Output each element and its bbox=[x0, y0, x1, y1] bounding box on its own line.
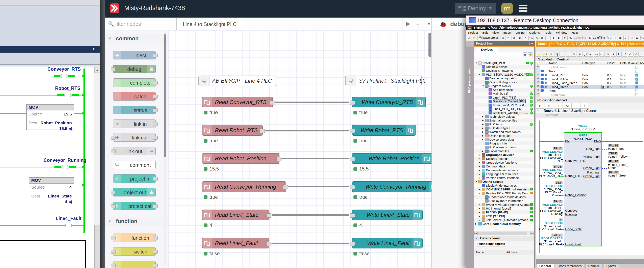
interface-row-Line4-Yellow[interactable]: 9Line4_YellowBool0.1false✓ bbox=[536, 77, 644, 81]
rdp-title-bar[interactable]: 192.168.0.137 - Remote Desktop Connectio… bbox=[466, 15, 644, 25]
palette-node-link-out[interactable]: ➜link out bbox=[113, 147, 156, 155]
new-project-icon[interactable]: 🗋 bbox=[466, 36, 472, 40]
tree-item-plc-tags[interactable]: ▶PLC tags bbox=[474, 122, 534, 126]
menu-edit[interactable]: Edit bbox=[480, 30, 490, 35]
tree-item-teleservice-automatic-protoco-[interactable]: ▶TeleService [Automatic protoco... bbox=[474, 218, 534, 222]
expand-icon[interactable]: ▶ bbox=[482, 115, 484, 118]
tag-toolbar-icon-16[interactable]: ⟳ bbox=[628, 52, 633, 57]
expand-icon[interactable]: ▶ bbox=[482, 127, 484, 129]
node-output-port[interactable] bbox=[266, 213, 272, 218]
save-project-label[interactable]: Save project bbox=[483, 36, 500, 39]
input-operand[interactable]: FALSE%DB1.DBX12.0"From_Line4_PLC".Line4_… bbox=[537, 233, 562, 246]
palette-node-debug[interactable]: ≣debug bbox=[113, 65, 156, 73]
lad-instruction-1[interactable]: -|/|- bbox=[545, 103, 553, 109]
lad-instruction-5[interactable]: ⤴ bbox=[580, 103, 589, 109]
input-operand[interactable]: 15.5%DB1.DBD2"From_Line4_PLC".Robot_Posi… bbox=[537, 181, 562, 197]
tree-item-languages-resources[interactable]: ▶Languages & resources bbox=[474, 172, 534, 176]
column-header-blank[interactable] bbox=[540, 61, 548, 65]
palette-node-link-in[interactable]: ➜link in bbox=[113, 119, 156, 128]
node-output-port[interactable] bbox=[153, 250, 158, 254]
deploy-button[interactable]: Deploy ▼ bbox=[455, 2, 496, 14]
node-output-port[interactable] bbox=[153, 264, 158, 268]
input-operand[interactable]: 4%DB1.DBD8"From_Line4_PLC".Line4_State bbox=[537, 218, 562, 231]
node-input-port[interactable] bbox=[350, 157, 355, 161]
tag-label[interactable]: Robot_RTS bbox=[55, 86, 80, 91]
details-view-header[interactable]: ˅ Details view bbox=[474, 236, 534, 241]
tab-line4-to-stacklight[interactable]: Line 4 to Stacklight PLC bbox=[176, 18, 243, 30]
flow-node-Write-Line4_Fault[interactable]: Write Line4_Fault bbox=[352, 238, 422, 249]
node-input-port[interactable] bbox=[350, 213, 355, 218]
expand-icon[interactable]: ▶ bbox=[482, 119, 484, 121]
accessible-checkbox[interactable]: ✓ bbox=[635, 85, 638, 88]
palette-node-comment[interactable]: 🗨comment bbox=[113, 161, 156, 169]
interface-row--Add-new-[interactable]: 13<Add new> bbox=[536, 93, 644, 97]
palette-node-project-in[interactable]: ⋔project in bbox=[113, 174, 156, 183]
node-output-port[interactable] bbox=[153, 81, 158, 85]
breadcrumb-item[interactable]: Stacklight_PLC bbox=[538, 42, 562, 45]
tree-item-cross-device-functions[interactable]: ▶Cross-device functions bbox=[474, 161, 534, 164]
tree-item-technology-objects[interactable]: ▶Technology objects bbox=[474, 115, 534, 118]
expand-icon[interactable]: ▶ bbox=[482, 138, 484, 141]
tree-item-program-info[interactable]: Program info bbox=[474, 141, 534, 145]
flow-node-Write-Robot_Position[interactable]: Write Robot_Position bbox=[352, 153, 432, 164]
interface-row--Add-new-[interactable]: 6<Add new> bbox=[536, 65, 644, 69]
output-operand[interactable]: TRUE#Line4_Yellow bbox=[608, 152, 638, 158]
column-header-accessible-f[interactable]: Accessible f bbox=[638, 61, 644, 65]
tree-item-pc-internal-local-[interactable]: ▶PC internal [Local] bbox=[474, 207, 534, 210]
column-header-default-value[interactable]: Default value bbox=[619, 61, 638, 65]
expand-icon[interactable]: ▶ bbox=[479, 154, 480, 156]
tree-item-devices-networks[interactable]: Devices & networks bbox=[474, 69, 534, 72]
tree-item-local-modules[interactable]: ▶Local modules✓ bbox=[474, 149, 534, 153]
scrollbar-thumb[interactable] bbox=[478, 232, 527, 235]
expand-icon[interactable]: ▶ bbox=[479, 169, 480, 171]
lad-network-canvas[interactable]: %DB2"Line4_PLC_DB"%FB2"Line4_PLC"ENENOCo… bbox=[536, 118, 644, 255]
collapse-icon[interactable]: ▼ bbox=[482, 85, 484, 87]
paste-icon[interactable]: ▣ bbox=[517, 36, 522, 40]
tree-item-external-source-files[interactable]: ▶External source files bbox=[474, 118, 534, 122]
comment-node[interactable]: 🗨S7 Profinet - Stacklight PLC bbox=[345, 76, 422, 86]
palette-node-inject[interactable]: ➜inject bbox=[113, 51, 156, 59]
scroll-up-icon[interactable]: ▲ bbox=[94, 67, 100, 73]
flow-node-Read-Line4_Fault[interactable]: Read Line4_Fault bbox=[202, 238, 270, 249]
expand-icon[interactable]: ▶ bbox=[479, 165, 480, 167]
palette-node-status[interactable]: ⌁status bbox=[113, 106, 156, 114]
menu-options[interactable]: Options bbox=[527, 30, 542, 35]
tree-item-program-blocks[interactable]: ▼Program blocks bbox=[474, 84, 534, 88]
window2-icon[interactable]: ▣ bbox=[618, 36, 623, 40]
interface-row-Line4-Flash-Green[interactable]: 10Line4_Flash_GreenBool0.2false✓ bbox=[536, 81, 644, 85]
node-input-port[interactable] bbox=[111, 191, 116, 195]
tag-label[interactable]: Conveyor_Running bbox=[44, 158, 86, 163]
tree-item-plc-1-cpu-1212c-ac-dc-rly-[interactable]: ▼PLC_1 [CPU 1212C AC/DC/Rly]✓ bbox=[474, 72, 534, 76]
column-header-offset[interactable]: Offset bbox=[606, 61, 619, 65]
tree-item-from-line4-plc-db1-[interactable]: From_Line4_PLC [DB1] bbox=[474, 103, 534, 107]
node-red-logo-icon[interactable] bbox=[110, 3, 119, 13]
input-operand[interactable]: TRUE%DB1.DBX0.0"From_Line4_PLC".Conveyor… bbox=[537, 147, 562, 163]
tree-item-watch-and-force-tables[interactable]: ▶Watch and force tables bbox=[474, 130, 534, 134]
inspector-tab-general[interactable]: General bbox=[536, 264, 554, 268]
interface-row-Line4-Red[interactable]: 8Line4_RedBool0.0false✓ bbox=[536, 73, 644, 77]
lad-instruction-4[interactable]: → bbox=[572, 103, 580, 109]
tree-item-card-reader-usb-memory[interactable]: ▶Card Reader/USB memory bbox=[474, 222, 534, 226]
flow-node-Write-Conveyor_RTS[interactable]: Write Conveyor_RTS bbox=[352, 97, 426, 107]
collapse-icon[interactable]: ▼ bbox=[479, 73, 481, 76]
copy-icon[interactable]: ⧉ bbox=[512, 36, 517, 40]
node-output-port[interactable] bbox=[153, 204, 158, 208]
deploy-caret-icon[interactable]: ▼ bbox=[488, 6, 492, 10]
ladder-canvas[interactable]: Conveyor_RTSRobot_RTSMOVSource15.5DestRo… bbox=[0, 66, 94, 268]
accessible-checkbox[interactable]: ✓ bbox=[635, 78, 638, 81]
download-icon[interactable]: ⬇ bbox=[546, 36, 551, 40]
palette-search[interactable]: 🔍 filter nodes bbox=[105, 18, 168, 30]
tree-item-com-rs232-ppi-multi-master-c-[interactable]: ▶COM [RS232/PPI multi-master c...? bbox=[474, 187, 534, 191]
tree-item-common-data[interactable]: ▶Common data bbox=[474, 164, 534, 168]
interface-row-Line4-Green[interactable]: 11Line4_GreenBool▦0.3false✓ bbox=[536, 85, 644, 89]
flow-wire[interactable] bbox=[265, 130, 350, 131]
expand-icon[interactable]: ▶ bbox=[479, 158, 480, 160]
technology-objects-tab[interactable]: Technology objects bbox=[476, 241, 506, 247]
go-online-icon[interactable]: 🔌 bbox=[568, 36, 573, 40]
ladder-scrollbar[interactable]: ▲ bbox=[94, 66, 100, 268]
flow-wire[interactable] bbox=[272, 243, 350, 244]
node-output-port[interactable] bbox=[153, 108, 158, 112]
tag-toolbar-icon-13[interactable]: ★ bbox=[611, 52, 616, 57]
accessible-checkbox[interactable] bbox=[635, 66, 638, 69]
flow-wire[interactable] bbox=[272, 214, 350, 216]
